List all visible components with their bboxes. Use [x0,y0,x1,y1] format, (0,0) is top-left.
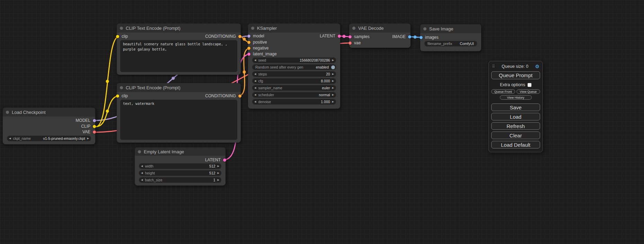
increment-arrow-icon[interactable]: ▶ [215,179,221,181]
node-clip-text-encode-positive[interactable]: CLIP Text Encode (Prompt) clip CONDITION… [117,24,241,75]
decrement-arrow-icon[interactable]: ◀ [7,137,13,140]
port-row-vae: VAE [82,129,94,135]
denoise-widget[interactable]: ◀ denoise 1.000 ▶ [252,99,336,105]
save-button[interactable]: Save [491,103,540,111]
decrement-arrow-icon[interactable]: ◀ [139,179,145,181]
decrement-arrow-icon[interactable]: ◀ [252,100,258,103]
collapse-dot-icon[interactable] [120,86,123,89]
increment-arrow-icon[interactable]: ▶ [330,80,336,82]
negative-prompt-textarea[interactable]: text, watermark [120,100,237,140]
clip-input-port[interactable] [116,35,119,38]
node-graph-canvas[interactable]: Load Checkpoint MODEL CLIP VAE ◀ ckpt_na… [0,0,644,244]
increment-arrow-icon[interactable]: ▶ [330,73,336,75]
cfg-widget[interactable]: ◀ cfg 8.000 ▶ [252,78,336,84]
node-title-bar[interactable]: Empty Latent Image [135,147,226,156]
latent-image-input-port[interactable] [247,53,250,56]
samples-input-port[interactable] [349,35,352,38]
model-output-port[interactable] [93,119,96,122]
negative-input-port[interactable] [247,47,250,50]
increment-arrow-icon[interactable]: ▶ [330,93,336,96]
increment-arrow-icon[interactable]: ▶ [215,172,221,174]
node-title-bar[interactable]: VAE Decode [349,24,411,33]
ckpt-name-widget[interactable]: ◀ ckpt_name v1-5-pruned-emaonly.ckpt ▶ [7,136,91,141]
decrement-arrow-icon[interactable]: ◀ [252,59,258,62]
widget-label: filename_prefix [427,42,452,46]
decrement-arrow-icon[interactable]: ◀ [252,87,258,89]
increment-arrow-icon[interactable]: ▶ [85,137,91,140]
conditioning-output-port[interactable] [238,94,241,98]
filename-prefix-widget[interactable]: filename_prefix ComfyUI [424,41,477,46]
node-vae-decode[interactable]: VAE Decode samples vae IMAGE [349,24,411,48]
vae-input-port[interactable] [349,42,352,45]
conditioning-output-port[interactable] [238,35,241,38]
collapse-dot-icon[interactable] [423,27,426,30]
steps-widget[interactable]: ◀ steps 20 ▶ [252,71,336,77]
node-ksampler[interactable]: KSampler model positive negative latent_… [248,24,340,109]
clear-button[interactable]: Clear [491,132,540,139]
node-title: Load Checkpoint [12,110,46,115]
decrement-arrow-icon[interactable]: ◀ [252,73,258,75]
queue-prompt-button[interactable]: Queue Prompt [491,71,540,79]
scheduler-widget[interactable]: ◀ scheduler normal ▶ [252,92,336,98]
seed-widget[interactable]: ◀ seed 156680208700286 ▶ [252,57,336,63]
increment-arrow-icon[interactable]: ▶ [330,100,336,103]
node-save-image[interactable]: Save Image images filename_prefix ComfyU… [420,24,481,51]
collapse-dot-icon[interactable] [6,111,9,114]
queue-front-button[interactable]: Queue Front [491,89,515,94]
node-title: Save Image [429,26,453,31]
collapse-dot-icon[interactable] [352,27,355,30]
image-output-port[interactable] [408,35,411,38]
link-midpoint-dot [172,77,175,80]
view-queue-button[interactable]: View Queue [517,89,540,94]
settings-gear-icon[interactable]: ⚙ [535,64,539,69]
widget-label: steps [258,72,267,76]
collapse-dot-icon[interactable] [138,150,141,153]
collapse-dot-icon[interactable] [120,27,123,30]
width-widget[interactable]: ◀ width 512 ▶ [139,163,221,169]
widget-value: normal [319,93,330,97]
port-row-model-input: model [249,33,264,39]
batch-size-widget[interactable]: ◀ batch_size 1 ▶ [139,177,221,183]
widget-value: euler [322,86,330,90]
decrement-arrow-icon[interactable]: ◀ [139,172,145,174]
view-history-button[interactable]: View History [500,95,532,100]
node-title-bar[interactable]: Load Checkpoint [3,108,95,117]
refresh-button[interactable]: Refresh [491,122,540,130]
node-title-bar[interactable]: CLIP Text Encode (Prompt) [117,24,241,33]
increment-arrow-icon[interactable]: ▶ [330,59,336,62]
node-title-bar[interactable]: KSampler [248,24,340,33]
node-empty-latent-image[interactable]: Empty Latent Image LATENT ◀ width 512 ▶ … [135,147,226,186]
node-title-bar[interactable]: Save Image [420,24,481,33]
queue-size-label: Queue size: 0 [502,64,528,69]
node-title-bar[interactable]: CLIP Text Encode (Prompt) [117,83,241,92]
node-title: Empty Latent Image [144,149,184,154]
decrement-arrow-icon[interactable]: ◀ [252,93,258,96]
latent-output-port[interactable] [223,159,226,162]
drag-handle-icon[interactable]: ⠿ [492,64,495,69]
decrement-arrow-icon[interactable]: ◀ [252,80,258,82]
load-button[interactable]: Load [491,113,540,120]
latent-output-port[interactable] [338,35,341,38]
toggle-knob-icon[interactable] [331,65,335,69]
clip-input-port[interactable] [116,94,119,98]
decrement-arrow-icon[interactable]: ◀ [139,165,145,168]
vae-output-port[interactable] [93,130,96,134]
collapse-dot-icon[interactable] [251,27,254,30]
queue-menu-panel[interactable]: ⠿ Queue size: 0 ⚙ Queue Prompt Extra opt… [488,61,543,152]
port-row-model: MODEL [76,118,94,123]
clip-output-port[interactable] [93,125,96,128]
sampler-name-widget[interactable]: ◀ sampler_name euler ▶ [252,85,336,91]
height-widget[interactable]: ◀ height 512 ▶ [139,170,221,176]
node-load-checkpoint[interactable]: Load Checkpoint MODEL CLIP VAE ◀ ckpt_na… [3,108,95,144]
positive-input-port[interactable] [247,41,250,44]
model-input-port[interactable] [247,35,250,38]
load-default-button[interactable]: Load Default [491,141,540,148]
random-seed-toggle-widget[interactable]: Random seed after every gen enabled [252,64,336,70]
widget-label: denoise [258,100,271,104]
increment-arrow-icon[interactable]: ▶ [215,165,221,168]
images-input-port[interactable] [420,36,423,39]
node-clip-text-encode-negative[interactable]: CLIP Text Encode (Prompt) clip CONDITION… [117,83,241,143]
increment-arrow-icon[interactable]: ▶ [330,87,336,89]
positive-prompt-textarea[interactable]: beautiful scenery nature glass bottle la… [120,40,237,72]
extra-options-checkbox[interactable] [528,83,531,87]
